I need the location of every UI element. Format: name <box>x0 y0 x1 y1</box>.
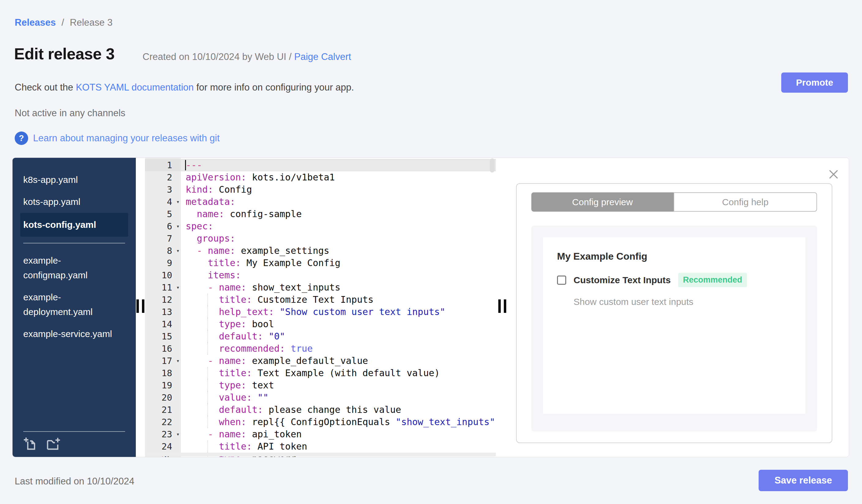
editor-vertical-scrollbar[interactable] <box>490 158 495 172</box>
code-line[interactable]: spec: <box>181 220 496 233</box>
close-x-icon <box>828 169 839 180</box>
code-line[interactable]: groups: <box>181 233 496 245</box>
fold-arrow-icon[interactable]: ▾ <box>176 196 180 208</box>
sidebar-item-example-deployment.yaml[interactable]: example-deployment.yaml <box>20 286 128 323</box>
code-line[interactable]: when: repl{{ ConfigOptionEquals "show_te… <box>181 416 496 428</box>
editor-line-23: 23▾ - name: api_token <box>145 428 496 440</box>
sidebar-drag-handle[interactable] <box>136 300 144 313</box>
editor-line-21: 21 default: please change this value <box>145 404 496 416</box>
created-text: Created on 10/10/2024 by Web UI / <box>143 51 294 62</box>
line-number: 24 <box>145 440 181 453</box>
sidebar-item-kots-app.yaml[interactable]: kots-app.yaml <box>20 191 128 213</box>
code-line[interactable]: help_text: "Show custom user text inputs… <box>181 306 496 318</box>
line-number: 6▾ <box>145 220 181 233</box>
code-line[interactable]: - name: api_token <box>181 428 496 440</box>
fold-arrow-icon[interactable]: ▾ <box>176 355 180 367</box>
config-item-row: Customize Text Inputs Recommended <box>557 273 747 287</box>
created-by-link[interactable]: Paige Calvert <box>294 51 351 62</box>
fold-arrow-icon[interactable]: ▾ <box>176 245 180 257</box>
config-preview-widget: Config previewConfig help My Example Con… <box>516 183 832 443</box>
line-number: 5 <box>145 208 181 220</box>
code-line[interactable]: name: config-sample <box>181 208 496 220</box>
fold-arrow-icon[interactable]: ▾ <box>176 428 180 440</box>
line-number: 12 <box>145 294 181 306</box>
sidebar-item-k8s-app.yaml[interactable]: k8s-app.yaml <box>20 169 128 191</box>
add-file-button[interactable] <box>23 437 38 451</box>
line-number: 9 <box>145 257 181 269</box>
code-line[interactable]: type: text <box>181 379 496 392</box>
promote-button[interactable]: Promote <box>781 72 848 93</box>
save-release-button[interactable]: Save release <box>759 470 848 491</box>
fold-arrow-icon[interactable]: ▾ <box>176 281 180 294</box>
editor-line-17: 17▾ - name: example_default_value <box>145 355 496 367</box>
customize-text-inputs-checkbox[interactable] <box>557 276 566 285</box>
tab-config-preview[interactable]: Config preview <box>531 193 674 212</box>
line-number: 10 <box>145 269 181 281</box>
sidebar-resize-strip <box>136 158 145 457</box>
config-preview-tabs: Config previewConfig help <box>531 193 817 212</box>
breadcrumb-current: Release 3 <box>70 17 113 28</box>
sidebar-divider <box>23 431 125 432</box>
docs-note: Check out the KOTS YAML documentation fo… <box>15 82 354 93</box>
editor-line-13: 13 help_text: "Show custom user text inp… <box>145 306 496 318</box>
code-line[interactable]: items: <box>181 269 496 281</box>
code-line[interactable]: kind: Config <box>181 184 496 196</box>
code-line[interactable]: recommended: true <box>181 343 496 355</box>
code-line[interactable]: title: API token <box>181 440 496 453</box>
sidebar-item-example-configmap.yaml[interactable]: example-configmap.yaml <box>20 250 128 286</box>
fold-arrow-icon[interactable]: ▾ <box>176 220 180 233</box>
code-line[interactable]: title: Text Example (with default value) <box>181 367 496 379</box>
text-cursor <box>185 160 186 170</box>
channel-status: Not active in any channels <box>15 108 126 119</box>
line-number: 16 <box>145 343 181 355</box>
code-line[interactable]: default: please change this value <box>181 404 496 416</box>
docs-note-suffix: for more info on configuring your app. <box>194 82 354 93</box>
code-line[interactable]: title: Customize Text Inputs <box>181 294 496 306</box>
breadcrumb-separator: / <box>62 17 64 28</box>
editor-line-9: 9 title: My Example Config <box>145 257 496 269</box>
editor-line-6: 6▾spec: <box>145 220 496 233</box>
code-line[interactable]: title: My Example Config <box>181 257 496 269</box>
preview-drag-handle[interactable] <box>498 300 506 313</box>
tab-config-help[interactable]: Config help <box>674 193 817 212</box>
sidebar-item-kots-config.yaml[interactable]: kots-config.yaml <box>20 213 128 237</box>
kots-docs-link[interactable]: KOTS YAML documentation <box>76 82 194 93</box>
code-line[interactable]: apiVersion: kots.io/v1beta1 <box>181 171 496 184</box>
page-title: Edit release 3 <box>14 45 114 63</box>
editor-horizontal-scrollbar[interactable] <box>146 453 513 456</box>
line-number: 13 <box>145 306 181 318</box>
line-number: 8▾ <box>145 245 181 257</box>
code-line[interactable]: - name: example_settings <box>181 245 496 257</box>
line-number: 15 <box>145 330 181 343</box>
editor-line-1: 1--- <box>145 159 496 171</box>
editor-line-11: 11▾ - name: show_text_inputs <box>145 281 496 294</box>
editor-line-22: 22 when: repl{{ ConfigOptionEquals "show… <box>145 416 496 428</box>
code-line[interactable]: - name: example_default_value <box>181 355 496 367</box>
close-preview-button[interactable] <box>828 169 839 180</box>
code-line[interactable]: type: bool <box>181 318 496 330</box>
code-line[interactable]: --- <box>181 159 496 171</box>
git-help-label: Learn about managing your releases with … <box>33 133 220 144</box>
code-line[interactable]: - name: show_text_inputs <box>181 281 496 294</box>
editor-line-24: 24 title: API token <box>145 440 496 453</box>
line-number: 2 <box>145 171 181 184</box>
code-line[interactable]: default: "0" <box>181 330 496 343</box>
code-line[interactable]: value: "" <box>181 392 496 404</box>
add-folder-icon <box>46 437 61 451</box>
config-preview-pane: Config previewConfig help My Example Con… <box>515 158 849 457</box>
editor-line-3: 3kind: Config <box>145 184 496 196</box>
add-folder-button[interactable] <box>46 437 61 451</box>
docs-note-prefix: Check out the <box>15 82 76 93</box>
line-number: 4▾ <box>145 196 181 208</box>
config-item-help-text: Show custom user text inputs <box>574 297 693 307</box>
breadcrumb-releases-link[interactable]: Releases <box>15 17 56 28</box>
code-line[interactable]: metadata: <box>181 196 496 208</box>
git-help-link[interactable]: ? Learn about managing your releases wit… <box>15 132 220 145</box>
editor-rows[interactable]: 1---2apiVersion: kots.io/v1beta13kind: C… <box>145 159 496 457</box>
recommended-badge: Recommended <box>678 273 747 287</box>
editor-line-5: 5 name: config-sample <box>145 208 496 220</box>
config-item-label: Customize Text Inputs <box>574 275 671 285</box>
sidebar-item-example-service.yaml[interactable]: example-service.yaml <box>20 323 128 345</box>
editor-line-16: 16 recommended: true <box>145 343 496 355</box>
line-number: 22 <box>145 416 181 428</box>
